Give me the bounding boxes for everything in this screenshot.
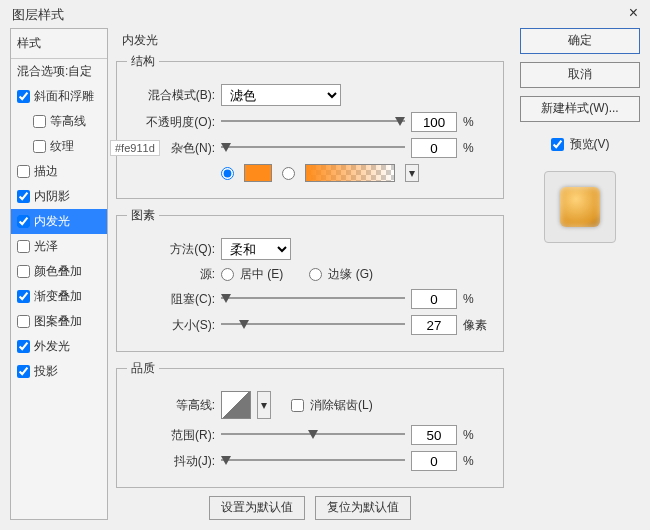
blend-mode-select[interactable]: 滤色 (221, 84, 341, 106)
method-select[interactable]: 柔和 (221, 238, 291, 260)
style-item[interactable]: 投影 (11, 359, 107, 384)
contour-picker[interactable] (221, 391, 251, 419)
style-item-label: 等高线 (50, 113, 86, 130)
contour-label: 等高线: (127, 397, 215, 414)
jitter-label: 抖动(J): (127, 453, 215, 470)
preview-checkbox[interactable] (551, 138, 564, 151)
structure-group: 结构 混合模式(B): 滤色 不透明度(O): % 杂色(N): % (116, 53, 504, 199)
panel-title: 内发光 (122, 32, 504, 49)
style-item[interactable]: 光泽 (11, 234, 107, 259)
style-item-label: 纹理 (50, 138, 74, 155)
preview-label: 预览(V) (570, 136, 610, 153)
blend-options-label: 混合选项:自定 (17, 63, 92, 80)
style-item[interactable]: 斜面和浮雕 (11, 84, 107, 109)
ok-button[interactable]: 确定 (520, 28, 640, 54)
style-item-label: 内发光 (34, 213, 70, 230)
gradient-swatch[interactable] (305, 164, 395, 182)
anti-alias-checkbox[interactable] (291, 399, 304, 412)
style-item-checkbox[interactable] (17, 340, 30, 353)
preview-swatch (560, 187, 600, 227)
gradient-radio[interactable] (282, 167, 295, 180)
range-unit: % (463, 428, 493, 442)
reset-default-button[interactable]: 复位为默认值 (315, 496, 411, 520)
style-item-checkbox[interactable] (17, 215, 30, 228)
color-radio[interactable] (221, 167, 234, 180)
preview-box (544, 171, 616, 243)
source-edge-label: 边缘 (G) (328, 266, 373, 283)
method-label: 方法(Q): (127, 241, 215, 258)
style-item-checkbox[interactable] (17, 365, 30, 378)
choke-unit: % (463, 292, 493, 306)
style-item-checkbox[interactable] (33, 115, 46, 128)
color-hex-annotation: #fe911d (110, 140, 160, 156)
source-center-radio[interactable] (221, 268, 234, 281)
jitter-input[interactable] (411, 451, 457, 471)
style-item-label: 内阴影 (34, 188, 70, 205)
options-panel: #fe911d 内发光 结构 混合模式(B): 滤色 不透明度(O): % 杂色… (108, 28, 512, 520)
style-item-label: 外发光 (34, 338, 70, 355)
right-panel: 确定 取消 新建样式(W)... 预览(V) (512, 28, 640, 520)
dropdown-icon[interactable]: ▾ (405, 164, 419, 182)
range-input[interactable] (411, 425, 457, 445)
opacity-unit: % (463, 115, 493, 129)
style-item[interactable]: 图案叠加 (11, 309, 107, 334)
style-item-label: 图案叠加 (34, 313, 82, 330)
style-item-label: 颜色叠加 (34, 263, 82, 280)
source-label: 源: (127, 266, 215, 283)
style-item-checkbox[interactable] (17, 315, 30, 328)
style-item[interactable]: 颜色叠加 (11, 259, 107, 284)
choke-slider[interactable] (221, 292, 405, 306)
style-item[interactable]: 内阴影 (11, 184, 107, 209)
styles-sidebar: 样式 混合选项:自定 斜面和浮雕等高线纹理描边内阴影内发光光泽颜色叠加渐变叠加图… (10, 28, 108, 520)
elements-group: 图素 方法(Q): 柔和 源: 居中 (E) 边缘 (G) 阻塞(C): % (116, 207, 504, 352)
style-item[interactable]: 外发光 (11, 334, 107, 359)
window-title: 图层样式 (12, 7, 64, 22)
noise-unit: % (463, 141, 493, 155)
size-input[interactable] (411, 315, 457, 335)
range-slider[interactable] (221, 428, 405, 442)
cancel-button[interactable]: 取消 (520, 62, 640, 88)
style-item-checkbox[interactable] (17, 190, 30, 203)
choke-input[interactable] (411, 289, 457, 309)
opacity-slider[interactable] (221, 115, 405, 129)
size-label: 大小(S): (127, 317, 215, 334)
jitter-unit: % (463, 454, 493, 468)
style-item-checkbox[interactable] (17, 290, 30, 303)
jitter-slider[interactable] (221, 454, 405, 468)
dropdown-icon[interactable]: ▾ (257, 391, 271, 419)
style-item-checkbox[interactable] (17, 90, 30, 103)
structure-legend: 结构 (127, 53, 159, 70)
style-item[interactable]: 渐变叠加 (11, 284, 107, 309)
noise-slider[interactable] (221, 141, 405, 155)
style-item[interactable]: 描边 (11, 159, 107, 184)
source-edge-radio[interactable] (309, 268, 322, 281)
style-item-checkbox[interactable] (17, 265, 30, 278)
style-item[interactable]: 纹理 (11, 134, 107, 159)
style-item-label: 渐变叠加 (34, 288, 82, 305)
style-item[interactable]: 内发光 (11, 209, 107, 234)
style-item-checkbox[interactable] (17, 165, 30, 178)
noise-input[interactable] (411, 138, 457, 158)
styles-header: 样式 (11, 29, 107, 59)
opacity-input[interactable] (411, 112, 457, 132)
style-item-label: 描边 (34, 163, 58, 180)
blend-options-row[interactable]: 混合选项:自定 (11, 59, 107, 84)
style-item-label: 斜面和浮雕 (34, 88, 94, 105)
color-swatch[interactable] (244, 164, 272, 182)
style-item-checkbox[interactable] (17, 240, 30, 253)
titlebar: 图层样式 × (0, 0, 650, 28)
size-slider[interactable] (221, 318, 405, 332)
size-unit: 像素 (463, 317, 493, 334)
quality-legend: 品质 (127, 360, 159, 377)
style-item[interactable]: 等高线 (11, 109, 107, 134)
blend-mode-label: 混合模式(B): (127, 87, 215, 104)
make-default-button[interactable]: 设置为默认值 (209, 496, 305, 520)
style-item-checkbox[interactable] (33, 140, 46, 153)
close-icon[interactable]: × (629, 4, 638, 22)
opacity-label: 不透明度(O): (127, 114, 215, 131)
quality-group: 品质 等高线: ▾ 消除锯齿(L) 范围(R): % 抖动(J): % (116, 360, 504, 488)
style-item-label: 光泽 (34, 238, 58, 255)
new-style-button[interactable]: 新建样式(W)... (520, 96, 640, 122)
range-label: 范围(R): (127, 427, 215, 444)
style-item-label: 投影 (34, 363, 58, 380)
